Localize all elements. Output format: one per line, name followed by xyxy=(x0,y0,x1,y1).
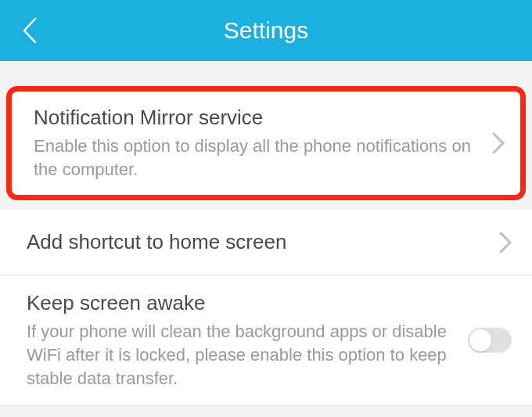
toggle-keep-screen-awake[interactable] xyxy=(468,328,512,353)
chevron-right-icon xyxy=(492,132,505,154)
setting-subtitle: Enable this option to display all the ph… xyxy=(34,135,476,181)
setting-add-shortcut[interactable]: Add shortcut to home screen xyxy=(0,210,532,275)
setting-title: Notification Mirror service xyxy=(34,106,476,130)
setting-text: Add shortcut to home screen xyxy=(27,230,499,254)
setting-text: Notification Mirror service Enable this … xyxy=(34,106,492,181)
header: Settings xyxy=(0,0,532,61)
settings-list: Notification Mirror service Enable this … xyxy=(0,61,532,406)
back-icon xyxy=(23,17,37,44)
setting-title: Add shortcut to home screen xyxy=(27,230,483,254)
setting-subtitle: If your phone will clean the background … xyxy=(27,320,452,390)
setting-notification-mirror[interactable]: Notification Mirror service Enable this … xyxy=(6,86,526,200)
back-button[interactable] xyxy=(14,15,45,46)
chevron-right-icon xyxy=(499,232,512,253)
setting-text: Keep screen awake If your phone will cle… xyxy=(27,291,468,390)
setting-title: Keep screen awake xyxy=(27,291,452,315)
toggle-knob xyxy=(469,329,491,351)
page-title: Settings xyxy=(224,17,308,44)
setting-keep-screen-awake[interactable]: Keep screen awake If your phone will cle… xyxy=(0,275,532,406)
